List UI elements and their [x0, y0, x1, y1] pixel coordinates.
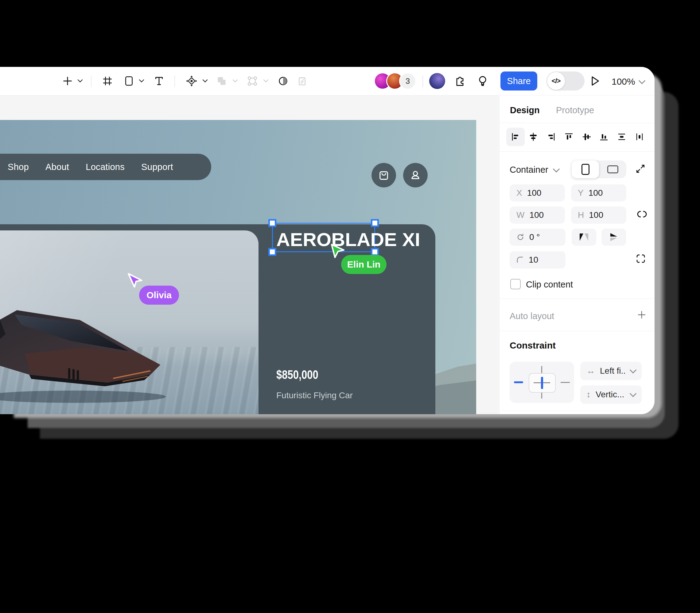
rectangle-icon: [124, 76, 134, 86]
selection-handle-sw[interactable]: [268, 248, 276, 256]
toolbar-separator: [422, 76, 423, 87]
product-title[interactable]: AEROBLADE XI: [276, 229, 420, 250]
nav-link-locations[interactable]: Locations: [86, 162, 125, 172]
nav-link-about[interactable]: About: [46, 162, 69, 172]
puzzle-icon: [454, 75, 466, 87]
x-label: X: [517, 188, 522, 198]
align-h-center-button[interactable]: [524, 128, 543, 146]
chevron-down-icon: [638, 77, 645, 84]
plus-icon: [62, 76, 73, 87]
site-navbar: Shop About Locations Support: [0, 154, 211, 180]
plugins-button[interactable]: [453, 74, 467, 88]
align-top-button[interactable]: [560, 128, 578, 146]
selection-handle-nw[interactable]: [268, 219, 276, 227]
distribute-vertical-button[interactable]: [612, 128, 631, 146]
constraint-tick-right[interactable]: [561, 382, 570, 383]
flip-horizontal-button[interactable]: [572, 229, 596, 246]
align-left-button[interactable]: [506, 128, 525, 146]
chevron-down-icon: [77, 79, 83, 83]
boolean-union-button[interactable]: [215, 74, 228, 88]
shape-tool-button[interactable]: [122, 74, 136, 88]
horizontal-constraint-dropdown[interactable]: ↔ Left fi...: [580, 362, 642, 380]
align-bottom-button[interactable]: [595, 128, 613, 146]
share-button[interactable]: Share: [500, 71, 537, 91]
zoom-level-dropdown[interactable]: 100%: [612, 76, 648, 88]
half-circle-icon: [278, 76, 288, 86]
align-vertical-center-icon: [582, 132, 591, 141]
selection-handle-ne[interactable]: [371, 219, 379, 227]
cursor-label-olivia: Olivia: [139, 286, 179, 305]
clip-content-checkbox[interactable]: [510, 279, 521, 289]
align-right-button[interactable]: [542, 128, 560, 146]
orientation-segmented-control: [572, 160, 626, 178]
independent-corners-button[interactable]: [636, 254, 646, 265]
toolbar-separator: [91, 76, 91, 87]
cart-button[interactable]: [371, 163, 396, 187]
x-value: 100: [527, 188, 542, 198]
vertical-constraint-dropdown[interactable]: ↕ Vertic...: [580, 386, 642, 404]
nav-link-shop[interactable]: Shop: [8, 162, 29, 172]
cursor-label-elin: Elin Lin: [341, 255, 386, 274]
landscape-icon: [607, 165, 618, 173]
vector-edit-dropdown[interactable]: [262, 78, 270, 84]
selection-bounding-box[interactable]: AEROBLADE XI: [272, 223, 375, 252]
y-position-input[interactable]: Y 100: [571, 184, 626, 201]
present-button[interactable]: [588, 74, 602, 88]
product-card[interactable]: $850,000 Futuristic Flying Car Color − 1…: [0, 224, 435, 414]
height-input[interactable]: H 100: [571, 207, 626, 224]
corner-radius-input[interactable]: 10: [510, 251, 565, 269]
insert-tool-dropdown[interactable]: [76, 78, 84, 84]
frame-tool-button[interactable]: [101, 74, 114, 88]
text-tool-button[interactable]: [152, 74, 166, 88]
tab-design[interactable]: Design: [510, 105, 540, 115]
shape-tool-dropdown[interactable]: [138, 78, 145, 84]
add-auto-layout-button[interactable]: [637, 310, 646, 321]
chevron-down-icon: [232, 79, 238, 83]
slice-tool-button[interactable]: [295, 74, 309, 88]
vector-edit-button[interactable]: [246, 74, 259, 88]
orientation-landscape-option[interactable]: [599, 160, 626, 178]
align-horizontal-center-icon: [529, 132, 538, 141]
w-value: 100: [529, 210, 544, 220]
collapse-panel-button[interactable]: [635, 164, 646, 175]
constraint-tick-left-active[interactable]: [514, 381, 523, 383]
design-canvas[interactable]: Shop About Locations Support: [0, 95, 499, 414]
text-icon: [154, 76, 164, 86]
nav-link-support[interactable]: Support: [141, 162, 173, 172]
width-input[interactable]: W 100: [510, 207, 565, 224]
move-tool-button[interactable]: [184, 74, 199, 88]
hero-frame[interactable]: Shop About Locations Support: [0, 120, 476, 414]
code-icon: </>: [552, 77, 561, 85]
boolean-union-dropdown[interactable]: [231, 78, 239, 84]
rotate-icon: [517, 233, 524, 241]
plus-icon: [637, 310, 646, 319]
constrain-proportions-button[interactable]: [636, 210, 648, 219]
rotation-input[interactable]: 0 °: [510, 229, 565, 246]
flying-car-image: [0, 301, 175, 405]
constraint-center-v-active: [541, 377, 543, 389]
flip-vertical-button[interactable]: [601, 229, 626, 246]
position-icon: [186, 75, 198, 87]
constraint-widget[interactable]: [510, 362, 574, 403]
collaborator-count-badge[interactable]: 3: [399, 73, 416, 90]
rotation-value: 0 °: [529, 232, 540, 242]
dev-mode-toggle[interactable]: </>: [547, 71, 585, 91]
insert-tool-button[interactable]: [61, 74, 74, 88]
tab-prototype[interactable]: Prototype: [556, 105, 594, 115]
container-dropdown[interactable]: Container: [510, 165, 559, 175]
account-button[interactable]: [403, 163, 428, 187]
chevron-down-icon: [263, 79, 269, 83]
radius-value: 10: [529, 255, 538, 265]
distribute-horizontal-button[interactable]: [630, 128, 649, 146]
orientation-portrait-option[interactable]: [572, 160, 599, 178]
screenshot-root: { "toolbar": { "collaborator_count": "3"…: [0, 0, 700, 613]
h-arrows-icon: ↔: [586, 366, 595, 376]
align-v-center-button[interactable]: [577, 128, 596, 146]
current-user-avatar[interactable]: [429, 73, 445, 89]
move-tool-dropdown[interactable]: [201, 78, 209, 84]
mask-contrast-button[interactable]: [276, 74, 290, 88]
x-position-input[interactable]: X 100: [510, 184, 565, 201]
ideas-button[interactable]: [475, 74, 490, 88]
dev-mode-toggle-knob: </>: [547, 72, 565, 90]
product-photo: [0, 231, 258, 414]
